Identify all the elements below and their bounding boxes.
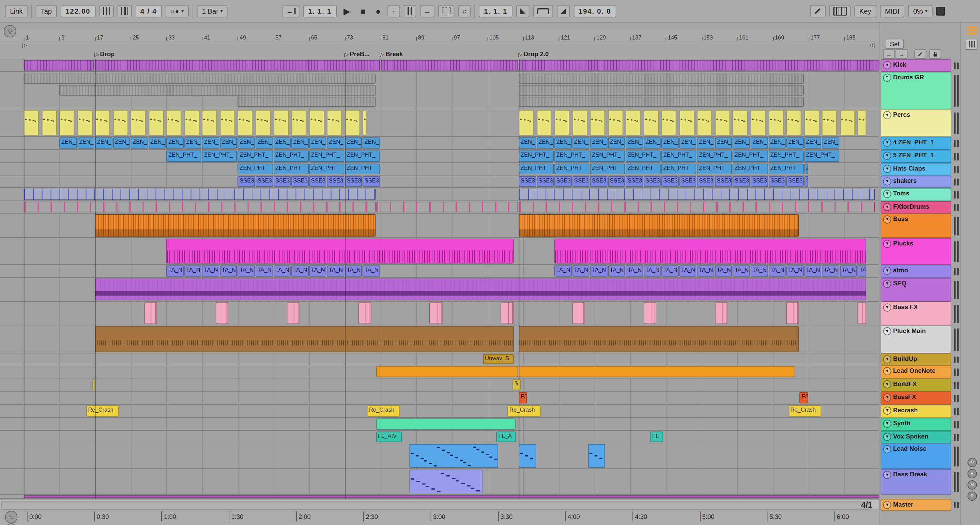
clip-5-zen-pht-1[interactable]: ZEN_PHT_ [768,151,803,162]
clip-hats-claps[interactable]: ZEN_PHT [733,164,768,174]
track-header-vox-spoken[interactable]: ▾Vox Spoken [880,431,951,444]
delay-toggle[interactable]: D [967,491,977,501]
clip-bassfx[interactable]: FS [519,392,527,403]
clip-hats-claps[interactable]: ZEN_PHT [519,164,554,174]
bar-number[interactable]: 129 [595,34,606,41]
clip-shakers[interactable]: SSE3 [537,176,554,187]
menu-hamburger-icon[interactable] [967,26,977,34]
draw-automation-button[interactable] [914,49,926,59]
clip-recrash[interactable]: Re_Crash [789,405,821,416]
clip-5-zen-pht-1[interactable]: ZEN_PHT_ [202,151,237,162]
bar-number[interactable]: 185 [845,34,856,41]
clip-atmo[interactable]: TA_N [202,266,219,277]
clip-atmo[interactable]: TA_N [786,266,803,277]
clip-atmo[interactable]: TA_N [185,266,201,277]
bar-number[interactable]: 113 [523,34,534,41]
clip-percs[interactable] [751,110,766,135]
track-header-percs[interactable]: ▾Percs [880,109,951,137]
clip-hats-claps[interactable]: ZEN_PHT [554,164,590,174]
clip-atmo[interactable]: TA_N [363,266,380,277]
clip-atmo[interactable]: TA_N [679,266,696,277]
clip-shakers[interactable]: SSE3 [644,176,661,187]
track-fold-icon[interactable]: ▾ [883,240,891,248]
clip-drums-gr[interactable] [519,85,803,95]
clip-atmo[interactable]: TA_N [662,266,678,277]
clip-4-zen-pht-1[interactable]: ZEN_ [59,138,76,149]
clip-hats-claps[interactable]: ZEN_PHT [309,164,344,174]
clip-4-zen-pht-1[interactable]: ZEN_ [608,138,625,149]
locator-break[interactable]: ▷Break [380,51,403,57]
clip-4-zen-pht-1[interactable]: ZEN_ [644,138,661,149]
clip-4-zen-pht-1[interactable]: ZEN_ [662,138,678,149]
clip-atmo[interactable]: TA_N [572,266,589,277]
clip-fxfordrums[interactable] [376,201,518,212]
clip-bass-fx[interactable] [215,302,228,324]
track-header-hats-claps[interactable]: ▾Hats Claps [880,163,951,176]
clip-buildfx[interactable]: S [512,379,521,390]
clip-percs[interactable] [697,110,712,135]
track-fold-icon[interactable]: ▾ [883,190,891,198]
clip-atmo[interactable]: TA_N [345,266,362,277]
clip-kick[interactable] [95,60,380,70]
time-label[interactable]: 0:00 [29,514,41,520]
track-fold-icon[interactable]: ▾ [883,420,891,428]
group-fold-icon[interactable]: ≡ [883,73,891,82]
clip-percs[interactable] [113,110,128,135]
clip-4-zen-pht-1[interactable]: ZEN_ [804,138,821,149]
nudge-up-button[interactable] [117,5,132,17]
clip-4-zen-pht-1[interactable]: ZEN_ [291,138,309,149]
clip-4-zen-pht-1[interactable]: ZEN_ [309,138,326,149]
track-header-master[interactable]: ▾Master [880,499,951,511]
clip-drums-gr[interactable] [519,73,803,84]
clip-percs[interactable] [804,110,819,135]
clip-5-zen-pht-1[interactable]: ZEN_PHT_ [804,151,839,162]
clip-4-zen-pht-1[interactable]: ZEN_ [202,138,219,149]
clip-percs[interactable] [590,110,605,135]
clip-bass-fx[interactable] [572,302,585,324]
clip-percs[interactable] [822,110,837,135]
track-fold-icon[interactable]: ▾ [883,501,891,509]
bar-number[interactable]: 153 [702,34,713,41]
clip-percs[interactable] [95,110,110,135]
clip-toms[interactable] [24,189,375,200]
track-fold-icon[interactable]: ▾ [883,203,891,211]
clip-percs[interactable] [363,110,366,135]
clip-atmo[interactable]: TA_N [256,266,273,277]
clip-percs[interactable] [608,110,623,135]
clip-shakers[interactable]: SSE3 [554,176,571,187]
clip-shakers[interactable]: SSE3 [804,176,808,187]
clip-buildfx[interactable] [92,379,94,390]
track-fold-icon[interactable]: ▾ [883,355,891,363]
clip-4-zen-pht-1[interactable]: ZEN_ [590,138,607,149]
track-lane-shakers[interactable]: SSE3SSE3SSE3SSE3SSE3SSE3SSE3SSE3SSE3SSE3… [0,175,879,188]
clip-bass-fx[interactable] [858,302,866,324]
clip-hats-claps[interactable]: ZEN_PHT [238,164,273,174]
track-header-5-zen-pht-1[interactable]: ▾5 ZEN_PHT_1 [880,150,951,163]
track-lane-drums-gr[interactable] [0,72,879,109]
clip-percs[interactable] [131,110,146,135]
clip-4-zen-pht-1[interactable]: ZEN_ [274,138,291,149]
arrangement-end-marker[interactable]: ◁ [870,42,874,48]
re-enable-automation-button[interactable]: ← [420,5,434,17]
clip-bass-fx[interactable] [430,302,442,324]
clip-atmo[interactable]: TA_N [309,266,326,277]
bar-number[interactable]: 41 [202,34,210,41]
track-lane-recrash[interactable]: Re_CrashRe_CrashRe_CrashRe_Crash [0,405,879,418]
clip-5-zen-pht-1[interactable]: ZEN_PHT_ [554,151,590,162]
clip-shakers[interactable]: SSE3 [238,176,255,187]
clip-percs[interactable] [220,110,235,135]
clip-hats-claps[interactable]: ZEN_PHT [697,164,732,174]
mixer-toggle[interactable]: M [967,480,977,490]
clip-percs[interactable] [185,110,199,135]
track-header-toms[interactable]: ▾Toms [880,188,951,201]
track-lane-vox-spoken[interactable]: FL_AIVFL_AFL [0,431,879,444]
track-header-atmo[interactable]: ▾atmo [880,265,951,278]
time-label[interactable]: 1:30 [231,514,243,520]
track-fold-icon[interactable]: ▾ [883,61,891,70]
cpu-meter[interactable]: 0% ▾ [908,5,932,17]
clip-hats-claps[interactable]: ZEN_PHT [662,164,697,174]
mixer-panel-icon[interactable] [966,39,978,50]
clip-fxfordrums[interactable] [24,201,375,212]
locator-drop[interactable]: ▷Drop [94,51,115,57]
clip-shakers[interactable]: SSE3 [345,176,362,187]
